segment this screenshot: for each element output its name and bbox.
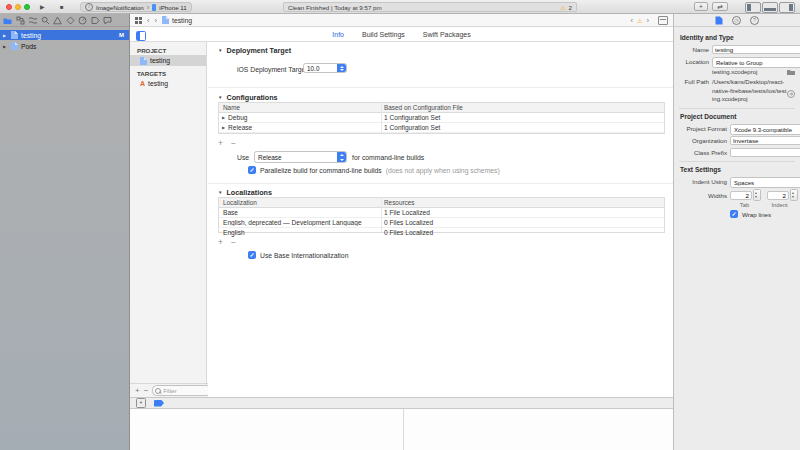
- filter-field[interactable]: [152, 385, 211, 396]
- run-button[interactable]: ▶: [40, 3, 45, 12]
- next-issue-icon[interactable]: ›: [647, 16, 650, 25]
- history-inspector-icon[interactable]: ◷: [732, 16, 741, 25]
- disclosure-icon[interactable]: ▶: [222, 115, 225, 120]
- folder-icon[interactable]: [787, 69, 795, 75]
- breakpoint-navigator-icon[interactable]: [91, 16, 100, 25]
- quick-help-inspector-icon[interactable]: ?: [750, 16, 759, 25]
- filter-input[interactable]: [163, 388, 208, 394]
- add-localization-button[interactable]: +: [218, 237, 223, 247]
- table-row[interactable]: English, deprecated — Development Langua…: [219, 218, 664, 228]
- tab-swift-packages[interactable]: Swift Packages: [423, 31, 471, 38]
- command-line-config-popup[interactable]: Release: [254, 151, 347, 163]
- project-navigator-icon[interactable]: [3, 16, 12, 25]
- find-navigator-icon[interactable]: [41, 16, 50, 25]
- activity-viewer[interactable]: Clean Finished | Today at 9:57 pm ⚠ 2: [283, 2, 577, 12]
- hide-debug-area-icon[interactable]: ▾: [136, 398, 146, 408]
- indent-using-popup[interactable]: Spaces: [730, 177, 800, 188]
- indent-width-stepper[interactable]: [790, 189, 798, 201]
- issue-navigator-icon[interactable]: [53, 16, 62, 25]
- zoom-button[interactable]: [24, 4, 30, 10]
- device-name: iPhone 11: [159, 4, 186, 11]
- ios-deployment-target-popup[interactable]: 10.0: [303, 63, 347, 73]
- table-row[interactable]: ▶Release 1 Configuration Set: [219, 123, 664, 133]
- navigator-item-pods[interactable]: ▶ Pods: [0, 41, 129, 51]
- project-file-icon: [11, 31, 18, 39]
- disclosure-icon[interactable]: ▶: [3, 44, 8, 49]
- symbol-navigator-icon[interactable]: [28, 16, 37, 25]
- remove-target-button[interactable]: −: [144, 386, 149, 396]
- debug-area-divider[interactable]: [403, 409, 404, 450]
- tab-width-field[interactable]: [730, 191, 752, 200]
- indent-width-field[interactable]: [767, 191, 789, 200]
- inspector-panel-icon: [789, 4, 793, 11]
- disclosure-open-icon[interactable]: ▼: [218, 48, 222, 53]
- add-target-button[interactable]: +: [135, 386, 140, 396]
- table-row[interactable]: Base 1 File Localized: [219, 208, 664, 218]
- related-items-icon[interactable]: [135, 17, 138, 20]
- toggle-inspectors-button[interactable]: [779, 2, 795, 13]
- text-settings-section-title: Text Settings: [680, 166, 795, 173]
- plus-icon: +: [699, 3, 703, 10]
- inspector-divider: [679, 108, 795, 109]
- deployment-target-section[interactable]: ▼ Deployment Target: [218, 46, 291, 55]
- target-item[interactable]: A testing: [130, 78, 206, 89]
- previous-issue-icon[interactable]: ‹: [631, 16, 634, 25]
- tab-info[interactable]: Info: [332, 31, 344, 38]
- disclosure-icon[interactable]: ▶: [3, 33, 8, 38]
- minimize-button[interactable]: [15, 4, 21, 10]
- localizations-section[interactable]: ▼ Localizations: [218, 188, 272, 197]
- parallelize-checkbox[interactable]: ✓: [248, 166, 256, 174]
- editor-options-button[interactable]: ⇄: [712, 2, 728, 11]
- configurations-section[interactable]: ▼ Configurations: [218, 93, 278, 102]
- disclosure-open-icon[interactable]: ▼: [218, 190, 222, 195]
- name-field[interactable]: [712, 45, 800, 54]
- checkmark-icon: ✓: [731, 211, 736, 217]
- toggle-navigator-button[interactable]: [745, 2, 761, 13]
- project-item[interactable]: testing: [130, 55, 206, 66]
- debug-navigator-icon[interactable]: [78, 16, 87, 25]
- debug-panel-icon: [764, 8, 776, 11]
- popup-value: Relative to Group: [716, 60, 763, 66]
- wrap-lines-checkbox[interactable]: ✓: [730, 210, 738, 218]
- disclosure-icon[interactable]: ▶: [222, 125, 225, 130]
- arrows-icon: ⇄: [717, 3, 722, 11]
- column-divider: [381, 103, 382, 133]
- column-header-localization: Localization: [219, 199, 381, 206]
- base-internationalization-label: Use Base Internationalization: [260, 252, 348, 259]
- report-navigator-icon[interactable]: [103, 16, 112, 25]
- remove-configuration-button[interactable]: −: [231, 138, 236, 148]
- table-row[interactable]: ▶Debug 1 Configuration Set: [219, 113, 664, 123]
- organization-field[interactable]: [730, 136, 800, 145]
- tab-build-settings[interactable]: Build Settings: [362, 31, 405, 38]
- library-button[interactable]: +: [694, 2, 708, 11]
- warning-icon: ⚠: [560, 4, 565, 11]
- breakpoints-toggle-icon[interactable]: [154, 400, 164, 407]
- navigator-sidebar: ▶ testing M ▶ Pods: [0, 14, 130, 450]
- close-button[interactable]: [6, 4, 12, 10]
- scheme-selector[interactable]: i ImageNotification › iPhone 11: [80, 2, 192, 12]
- stop-button[interactable]: ■: [60, 3, 64, 12]
- remove-localization-button[interactable]: −: [231, 237, 236, 247]
- test-navigator-icon[interactable]: [66, 16, 75, 25]
- base-internationalization-checkbox[interactable]: ✓: [248, 251, 256, 259]
- table-row[interactable]: English 0 Files Localized: [219, 228, 664, 237]
- disclosure-open-icon[interactable]: ▼: [218, 95, 222, 100]
- open-in-finder-icon[interactable]: [787, 90, 795, 98]
- project-file-icon: [140, 57, 147, 65]
- navigator-item-testing[interactable]: ▶ testing M: [0, 30, 129, 40]
- forward-icon[interactable]: ›: [155, 16, 158, 25]
- toggle-debug-area-button[interactable]: [762, 2, 778, 13]
- tab-width-stepper[interactable]: [753, 189, 761, 201]
- file-inspector-icon[interactable]: [715, 16, 723, 25]
- stop-icon: ■: [60, 4, 64, 10]
- location-popup[interactable]: Relative to Group: [712, 57, 800, 68]
- localization-name: English: [219, 229, 381, 236]
- add-configuration-button[interactable]: +: [218, 138, 223, 148]
- source-control-icon[interactable]: [16, 16, 25, 25]
- editor-mode-icon[interactable]: [658, 16, 668, 25]
- sidebar-filter-bar: + −: [130, 383, 216, 397]
- class-prefix-field[interactable]: [730, 148, 800, 157]
- jump-bar-file[interactable]: testing: [162, 16, 192, 24]
- project-format-popup[interactable]: Xcode 9.3-compatible: [730, 124, 800, 135]
- back-icon[interactable]: ‹: [147, 16, 150, 25]
